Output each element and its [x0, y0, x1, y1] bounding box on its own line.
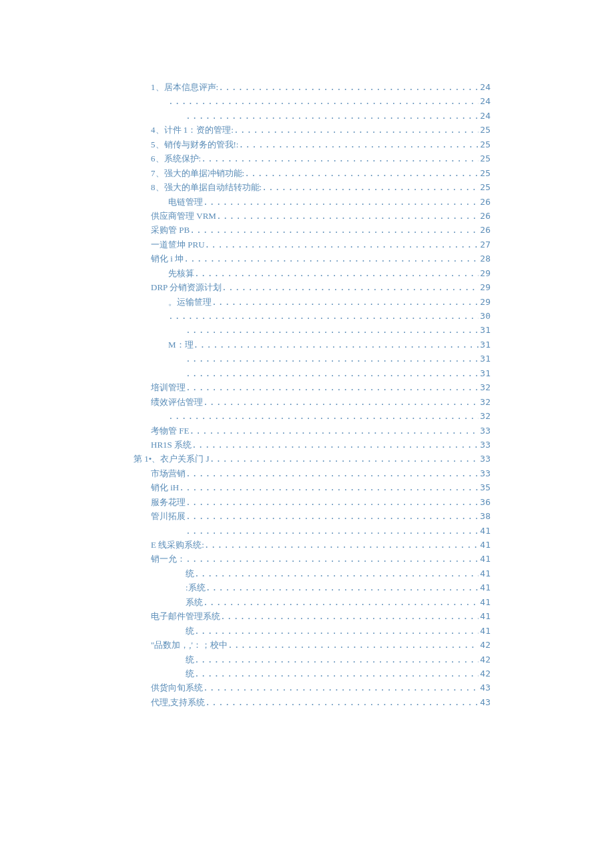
toc-entry-page: 26	[479, 209, 491, 223]
toc-entry[interactable]: 考物管 FE33	[133, 424, 491, 438]
toc-entry[interactable]: 41	[133, 524, 491, 538]
toc-entry[interactable]: 市场营销33	[133, 466, 491, 480]
toc-leader-dots	[228, 638, 479, 652]
toc-entry-label: 先核算	[168, 266, 194, 280]
toc-leader-dots	[190, 223, 479, 237]
toc-entry[interactable]: 绩效评估管理32	[133, 395, 491, 409]
toc-entry[interactable]: :系统41	[133, 580, 491, 594]
toc-entry-page: 24	[479, 94, 491, 108]
toc-entry-page: 25	[479, 180, 491, 194]
toc-entry-page: 41	[479, 538, 491, 552]
toc-entry-page: 38	[479, 509, 491, 523]
toc-leader-dots	[179, 480, 479, 494]
toc-entry[interactable]: 电链管理26	[133, 195, 491, 209]
toc-entry-label: E 线采购系统:	[151, 538, 204, 552]
toc-leader-dots	[189, 424, 479, 438]
toc-entry[interactable]: 4、计件 1：资的管理:25	[133, 123, 491, 137]
toc-leader-dots	[186, 509, 479, 523]
toc-entry-label: 电链管理	[168, 195, 203, 209]
toc-leader-dots	[192, 438, 479, 452]
toc-entry-label: 销化 i 坤	[151, 252, 184, 266]
toc-leader-dots	[186, 524, 479, 538]
toc-entry[interactable]: 一道笸坤 PRU27	[133, 238, 491, 252]
toc-entry[interactable]: 销一允：41	[133, 552, 491, 566]
toc-entry-label: DRP 分销资源计划	[151, 280, 222, 294]
toc-entry[interactable]: 24	[133, 94, 491, 108]
toc-entry-page: 29	[479, 280, 491, 294]
toc-entry-page: 32	[479, 380, 491, 394]
toc-entry-label: 市场营销	[151, 466, 186, 480]
toc-entry[interactable]: 。运输笸理29	[133, 295, 491, 309]
toc-entry[interactable]: 统42	[133, 653, 491, 667]
toc-entry-label: :系统	[186, 580, 206, 594]
toc-leader-dots	[194, 624, 479, 638]
toc-entry-page: 32	[479, 409, 491, 423]
toc-entry[interactable]: 31	[133, 366, 491, 380]
toc-entry-page: 41	[479, 609, 491, 623]
toc-entry[interactable]: 32	[133, 409, 491, 423]
toc-entry-page: 41	[479, 524, 491, 538]
toc-leader-dots	[201, 151, 479, 165]
toc-entry-label: 一道笸坤 PRU	[151, 238, 205, 252]
toc-entry[interactable]: 供应商管理 VRM26	[133, 209, 491, 223]
toc-entry[interactable]: 系统41	[133, 595, 491, 609]
toc-entry[interactable]: 30	[133, 309, 491, 323]
toc-entry[interactable]: 电子邮件管理系统41	[133, 609, 491, 623]
toc-leader-dots	[206, 580, 479, 594]
toc-entry[interactable]: 管川拓展38	[133, 509, 491, 523]
table-of-contents: 1、居本信息评声:2424244、计件 1：资的管理:255、销传与财务的管我!…	[133, 80, 491, 709]
toc-entry-label: M：理	[168, 338, 194, 352]
toc-leader-dots	[186, 552, 479, 566]
toc-entry[interactable]: 统41	[133, 624, 491, 638]
toc-entry[interactable]: DRP 分销资源计划29	[133, 280, 491, 294]
toc-entry-page: 32	[479, 395, 491, 409]
toc-leader-dots	[168, 309, 479, 323]
toc-leader-dots	[205, 238, 479, 252]
toc-entry[interactable]: E 线采购系统:41	[133, 538, 491, 552]
toc-entry[interactable]: 供货向旬系统43	[133, 681, 491, 695]
toc-entry-page: 42	[479, 638, 491, 652]
toc-entry-label: 5、销传与财务的管我!:	[151, 137, 238, 151]
toc-entry-page: 29	[479, 266, 491, 280]
toc-leader-dots	[194, 653, 479, 667]
toc-leader-dots	[262, 180, 479, 194]
toc-entry[interactable]: 1、居本信息评声:24	[133, 80, 491, 94]
toc-entry[interactable]: 培训管理32	[133, 380, 491, 394]
toc-entry-label: 服务花理	[151, 495, 186, 509]
toc-entry[interactable]: HR1S 系统33	[133, 438, 491, 452]
toc-entry[interactable]: 统41	[133, 566, 491, 580]
toc-entry-page: 41	[479, 580, 491, 594]
toc-leader-dots	[203, 595, 479, 609]
toc-leader-dots	[186, 495, 479, 509]
toc-entry[interactable]: 7、强大的单据冲销功能:25	[133, 166, 491, 180]
toc-entry[interactable]: 6、系统保护:25	[133, 151, 491, 165]
toc-entry-page: 33	[479, 466, 491, 480]
toc-entry[interactable]: 先核算29	[133, 266, 491, 280]
toc-entry[interactable]: 31	[133, 323, 491, 337]
toc-entry[interactable]: 服务花理36	[133, 495, 491, 509]
toc-leader-dots	[194, 338, 479, 352]
toc-entry[interactable]: "品数加，,'：；校中42	[133, 638, 491, 652]
toc-entry[interactable]: 销化 i 坤28	[133, 252, 491, 266]
toc-entry[interactable]: 5、销传与财务的管我!:25	[133, 137, 491, 151]
toc-leader-dots	[238, 137, 479, 151]
toc-entry[interactable]: M：理31	[133, 338, 491, 352]
toc-entry-label: 8、强大的单据自动结转功能:	[151, 180, 262, 194]
toc-entry[interactable]: 8、强大的单据自动结转功能:25	[133, 180, 491, 194]
toc-entry[interactable]: 第 1•、衣户关系门 J33	[133, 452, 491, 466]
toc-entry-label: 统	[186, 566, 194, 580]
toc-entry-label: 统	[186, 624, 194, 638]
toc-entry[interactable]: 31	[133, 352, 491, 366]
toc-entry-label: 7、强大的单据冲销功能:	[151, 166, 244, 180]
toc-leader-dots	[186, 366, 479, 380]
toc-leader-dots	[168, 94, 479, 108]
toc-entry[interactable]: 采购管 PB26	[133, 223, 491, 237]
toc-entry[interactable]: 代理,支持系统43	[133, 695, 491, 709]
toc-leader-dots	[186, 352, 479, 366]
toc-entry[interactable]: 24	[133, 109, 491, 123]
toc-entry-label: 电子邮件管理系统	[151, 609, 220, 623]
toc-entry-label: 统	[186, 667, 194, 681]
toc-entry-label: 6、系统保护:	[151, 151, 201, 165]
toc-entry[interactable]: 统42	[133, 667, 491, 681]
toc-entry[interactable]: 销化 iH35	[133, 480, 491, 494]
